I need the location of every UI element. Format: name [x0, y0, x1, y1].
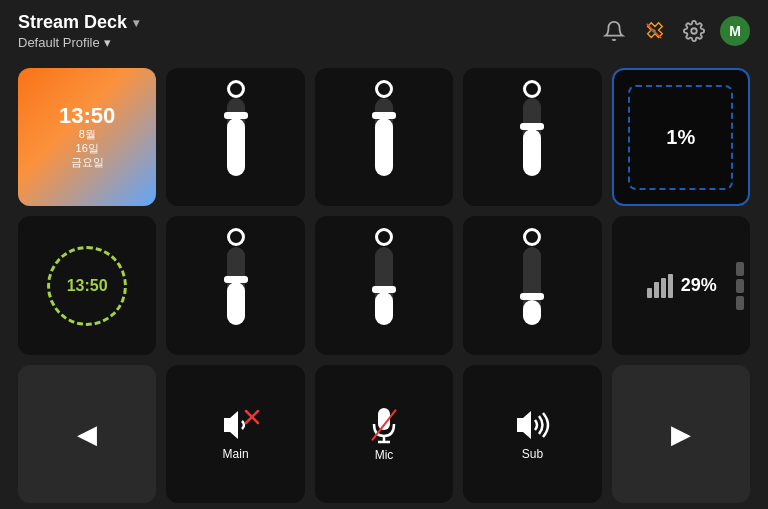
sub-speaker-icon-area	[511, 407, 553, 443]
fader-button-4[interactable]	[166, 216, 304, 354]
fader-button-1[interactable]	[166, 68, 304, 206]
svg-rect-5	[668, 274, 673, 298]
cpu-percent: 1%	[666, 126, 695, 149]
app-title[interactable]: Stream Deck ▾	[18, 12, 139, 33]
gpu-button[interactable]: 29%	[612, 216, 750, 354]
sub-speaker-icon	[511, 407, 553, 443]
profile-label: Default Profile	[18, 35, 100, 50]
sub-button[interactable]: Sub	[463, 365, 601, 503]
mute-x-icon	[244, 409, 260, 425]
svg-point-1	[691, 28, 697, 34]
bell-icon[interactable]	[600, 17, 628, 45]
mic-slash-icon	[366, 403, 402, 447]
svg-rect-3	[654, 282, 659, 298]
main-label: Main	[223, 447, 249, 461]
clock2-button[interactable]: 13:50	[18, 216, 156, 354]
svg-marker-6	[224, 411, 238, 439]
fader-button-6[interactable]	[463, 216, 601, 354]
header-right: M	[600, 16, 750, 46]
svg-rect-4	[661, 278, 666, 298]
svg-rect-2	[647, 288, 652, 298]
app-title-chevron[interactable]: ▾	[133, 16, 139, 30]
clock2-face: 13:50	[47, 246, 127, 326]
next-arrow-icon: ▶	[671, 419, 691, 450]
next-button[interactable]: ▶	[612, 365, 750, 503]
fader-button-2[interactable]	[315, 68, 453, 206]
button-grid: 13:50 8월 16일 금요일 1%	[0, 54, 768, 509]
mic-label: Mic	[375, 448, 394, 462]
app-title-text: Stream Deck	[18, 12, 127, 33]
header-left: Stream Deck ▾ Default Profile ▾	[18, 12, 139, 50]
fader-button-5[interactable]	[315, 216, 453, 354]
profile-selector[interactable]: Default Profile ▾	[18, 35, 139, 50]
fader-button-3[interactable]	[463, 68, 601, 206]
sub-label: Sub	[522, 447, 543, 461]
cpu-button[interactable]: 1%	[612, 68, 750, 206]
svg-line-12	[373, 410, 396, 439]
main-mute-button[interactable]: Main	[166, 365, 304, 503]
mic-mute-icon-area	[366, 406, 402, 444]
avatar[interactable]: M	[720, 16, 750, 46]
prev-button[interactable]: ◀	[18, 365, 156, 503]
mic-mute-button[interactable]: Mic	[315, 365, 453, 503]
clock-date: 8월 16일 금요일	[71, 127, 104, 170]
prev-arrow-icon: ◀	[77, 419, 97, 450]
clock2-time: 13:50	[67, 277, 108, 295]
header: Stream Deck ▾ Default Profile ▾	[0, 0, 768, 54]
profile-chevron: ▾	[104, 35, 111, 50]
clock-time: 13:50	[59, 105, 115, 127]
avatar-letter: M	[729, 23, 741, 39]
clock-button[interactable]: 13:50 8월 16일 금요일	[18, 68, 156, 206]
gpu-percent: 29%	[681, 275, 717, 296]
gear-icon[interactable]	[680, 17, 708, 45]
plugin-icon[interactable]	[640, 17, 668, 45]
svg-marker-13	[517, 411, 531, 439]
main-mute-icon-area	[216, 407, 256, 443]
